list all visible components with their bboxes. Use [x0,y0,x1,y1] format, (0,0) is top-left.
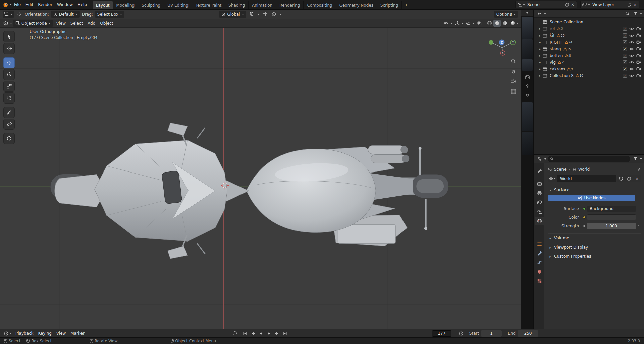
properties-editor-chevron-icon[interactable] [544,158,546,160]
fake-user-shield-icon[interactable] [617,175,625,182]
disable-render-camera-icon[interactable] [636,67,641,71]
outliner-row[interactable]: ▸ stang 15 [534,46,644,52]
reference-image-thumbnail[interactable] [522,59,533,71]
blender-logo-icon[interactable] [3,2,8,8]
exclude-checkbox[interactable]: ✓ [623,54,627,58]
wireframe-shading-icon[interactable] [486,20,493,27]
strip-editor-header[interactable] [521,10,533,16]
rendered-shading-icon[interactable] [509,20,516,27]
strip-chevron-icon[interactable] [526,12,528,14]
cursor-tool-button[interactable] [3,43,15,54]
exclude-checkbox[interactable]: ✓ [623,27,627,31]
zoom-icon[interactable] [511,58,516,64]
motorcycle-model[interactable] [50,123,448,259]
outliner-row[interactable]: ▸ ref 5 [534,25,644,32]
annotate-tool-button[interactable] [3,107,15,118]
menu-item[interactable]: Edit [23,1,36,8]
exclude-checkbox[interactable]: ✓ [623,67,627,71]
properties-filter-chevron-icon[interactable] [640,158,642,160]
unlink-datablock-icon[interactable]: × [633,175,641,182]
hide-viewport-eye-icon[interactable] [629,47,634,51]
mode-dropdown[interactable]: Object Mode [13,20,53,27]
disable-render-camera-icon[interactable] [636,26,641,31]
pan-hand-icon[interactable] [511,69,516,74]
pin-id-icon[interactable] [637,167,641,171]
auto-keyframe-toggle[interactable] [233,331,237,335]
disclosure-triangle-icon[interactable]: ▸ [537,67,543,71]
disclosure-triangle-icon[interactable]: ▸ [537,47,543,51]
hide-viewport-eye-icon[interactable] [629,67,634,71]
timeline-menu-item[interactable]: View [54,330,68,337]
workspace-tab[interactable]: Modeling [113,1,139,9]
collapsed-section-header[interactable]: ▸ Viewport Display [548,243,641,252]
overlays-chevron-icon[interactable] [473,23,475,24]
tab-texture-icon[interactable] [535,277,544,285]
tab-output-icon[interactable] [535,189,544,197]
snap-options-chevron-icon[interactable] [257,14,259,15]
transform-tool-button[interactable] [3,92,15,104]
outliner-row-scene-collection[interactable]: Scene Collection [534,19,644,25]
properties-search-input[interactable] [555,157,628,161]
properties-filter-icon[interactable] [632,156,639,162]
transform-pivot-dropdown[interactable]: Global [219,11,246,18]
overlays-toggle-icon[interactable] [465,20,472,27]
hide-viewport-eye-icon[interactable] [629,26,634,31]
timeline-menu-item[interactable]: Marker [68,330,87,337]
world-name-field[interactable]: World [557,175,616,182]
outliner-filter-chevron-icon[interactable] [640,13,642,14]
next-keyframe-button[interactable] [274,330,280,336]
proportional-editing-icon[interactable] [270,11,277,18]
drag-dropdown[interactable]: Select Box [95,11,124,18]
outliner-row[interactable]: ▸ botten 8 [534,52,644,59]
add-cube-tool-button[interactable] [3,133,15,144]
viewport-menu-item[interactable]: Add [85,20,98,27]
exclude-checkbox[interactable]: ✓ [623,33,627,38]
disable-render-camera-icon[interactable] [636,53,641,58]
scale-tool-button[interactable] [3,81,15,92]
menu-item[interactable]: Window [55,1,75,8]
exclude-checkbox[interactable]: ✓ [623,74,627,78]
collapsed-editor-strip[interactable] [521,10,534,329]
breadcrumb-scene[interactable]: Scene [554,167,567,172]
object-visibility-eye-icon[interactable] [442,20,449,27]
outliner-row[interactable]: ▸ RIGHT 24 [534,39,644,46]
tab-render-icon[interactable] [535,179,544,188]
snap-increment-icon[interactable] [261,11,268,18]
view-layer-selector[interactable]: View Layer × [580,1,639,8]
reference-image-thumbnail[interactable] [522,132,533,155]
outliner-row[interactable]: ▸ cakram 9 [534,66,644,72]
jump-to-start-button[interactable] [241,330,248,336]
workspace-tab[interactable]: Layout [93,1,113,9]
animate-decorator-icon[interactable] [636,225,641,227]
reference-image-thumbnail[interactable] [522,39,533,59]
timeline-menu-item[interactable]: Playback [13,330,36,337]
disclosure-triangle-icon[interactable]: ▸ [537,34,543,37]
breadcrumb-world[interactable]: World [578,167,590,172]
gizmos-chevron-icon[interactable] [462,23,464,24]
scene-selector[interactable]: Scene × [515,1,577,8]
move-gizmo-icon[interactable] [16,11,23,18]
disable-render-camera-icon[interactable] [636,40,641,45]
exclude-checkbox[interactable]: ✓ [623,47,627,51]
outliner-row[interactable]: ▸ Collection 8 10 [534,72,644,79]
tab-material-icon[interactable] [535,267,544,276]
duplicate-datablock-icon[interactable] [625,175,633,182]
gizmos-toggle-icon[interactable] [453,20,461,27]
menu-item[interactable]: File [12,1,23,8]
workspace-tab[interactable]: Animation [249,1,276,9]
xray-toggle-icon[interactable] [476,20,483,27]
scene-browse-chevron-icon[interactable] [523,4,525,5]
outliner-editor-icon[interactable] [536,10,543,17]
move-tool-button[interactable] [3,57,15,68]
view-layer-browse-chevron-icon[interactable] [588,4,590,5]
solid-shading-icon[interactable] [493,20,501,27]
tab-physics-icon[interactable] [535,258,544,267]
outliner-row[interactable]: ▸ kit 55 [534,32,644,39]
editor-type-icon[interactable] [2,20,9,27]
editor-type-chevron-icon[interactable] [10,23,12,24]
rotate-tool-button[interactable] [3,69,15,80]
properties-editor-icon[interactable] [536,156,543,162]
play-reverse-button[interactable] [258,330,264,336]
animate-decorator-icon[interactable] [636,217,641,218]
outliner-row[interactable]: ▸ vlg 7 [534,59,644,66]
